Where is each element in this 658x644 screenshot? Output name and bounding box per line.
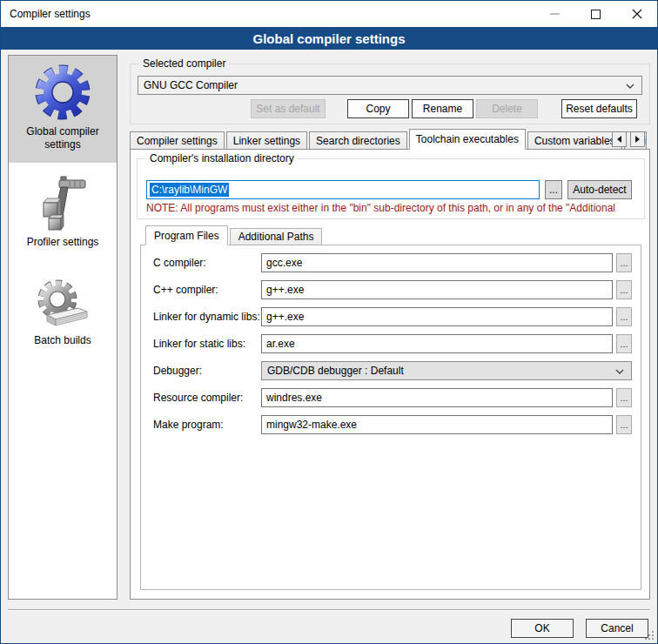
reset-defaults-button[interactable]: Reset defaults (561, 99, 637, 118)
field-label: Linker for static libs: (153, 338, 245, 350)
copy-button[interactable]: Copy (347, 99, 409, 118)
group-label: Selected compiler (139, 57, 229, 70)
browse-directory-button[interactable]: ... (545, 180, 562, 199)
bin-subdirectory-note: NOTE: All programs must exist either in … (146, 202, 641, 215)
rename-button[interactable]: Rename (412, 99, 473, 118)
field-row: Make program: ... (141, 415, 641, 436)
close-button[interactable] (616, 1, 657, 27)
cpp-compiler-input[interactable] (261, 280, 613, 299)
main-tabstrip: Compiler settings Linker settings Search… (130, 129, 648, 150)
window-title: Compiler settings (10, 8, 91, 20)
resource-compiler-input[interactable] (261, 388, 613, 407)
debugger-select[interactable]: GDB/CDB debugger : Default (261, 361, 632, 380)
minimize-icon (550, 13, 560, 15)
settings-category-list: Global compiler settings (8, 55, 118, 600)
sidebar-item-label: Profiler settings (9, 234, 117, 252)
compiler-select-value: GNU GCC Compiler (144, 79, 238, 91)
caliper-icon (35, 175, 91, 234)
field-row: Debugger: GDB/CDB debugger : Default (141, 361, 641, 382)
compiler-settings-dialog: Compiler settings Global compiler settin… (0, 0, 658, 644)
resize-grip[interactable] (645, 631, 654, 640)
field-label: Resource compiler: (153, 392, 243, 404)
sidebar-item-batch-builds[interactable]: Batch builds (9, 272, 117, 351)
static-linker-input[interactable] (261, 334, 613, 353)
tab-compiler-settings[interactable]: Compiler settings (130, 131, 225, 150)
titlebar: Compiler settings (1, 1, 657, 27)
tab-toolchain-executables[interactable]: Toolchain executables (409, 129, 526, 150)
compiler-select[interactable]: GNU GCC Compiler (138, 76, 642, 95)
field-label: C++ compiler: (153, 284, 218, 296)
gray-gear-stack-icon (33, 277, 92, 332)
installation-directory-input[interactable]: C:\raylib\MinGW (146, 180, 540, 199)
browse-button[interactable]: ... (616, 388, 632, 407)
blue-gear-icon (31, 61, 94, 124)
browse-button[interactable]: ... (616, 415, 632, 434)
make-program-input[interactable] (261, 415, 613, 434)
dynamic-linker-input[interactable] (261, 307, 613, 326)
sidebar-item-profiler-settings[interactable]: Profiler settings (9, 170, 117, 252)
chevron-down-icon (615, 369, 624, 374)
ok-button[interactable]: OK (511, 619, 574, 638)
sub-tabstrip: Program Files Additional Paths (145, 225, 324, 245)
program-files-page: C compiler: ... C++ compiler: ... Linker… (140, 245, 641, 590)
field-row: Linker for static libs: ... (141, 334, 641, 355)
close-icon (632, 9, 642, 19)
browse-button[interactable]: ... (616, 280, 632, 299)
tab-search-directories[interactable]: Search directories (309, 131, 407, 150)
cancel-button[interactable]: Cancel (586, 619, 648, 638)
field-row: C++ compiler: ... (141, 280, 641, 301)
footer-divider (8, 609, 650, 611)
c-compiler-input[interactable] (261, 253, 613, 272)
browse-button[interactable]: ... (616, 253, 632, 272)
maximize-button[interactable] (575, 1, 616, 27)
arrow-right-icon (635, 136, 640, 143)
chevron-down-icon (626, 84, 634, 89)
field-label: Debugger: (153, 365, 202, 377)
sidebar-item-label: Batch builds (9, 332, 117, 351)
tab-scroll-left-button[interactable] (612, 131, 627, 147)
tab-linker-settings[interactable]: Linker settings (226, 131, 307, 150)
sidebar-item-label: Global compiler settings (9, 124, 117, 155)
field-label: C compiler: (153, 257, 206, 269)
group-label: Compiler's installation directory (146, 152, 298, 164)
selected-compiler-group: Selected compiler GNU GCC Compiler Set a… (130, 64, 650, 124)
set-as-default-button: Set as default (251, 99, 326, 118)
installation-directory-group: Compiler's installation directory C:\ray… (137, 158, 645, 219)
field-row: Resource compiler: ... (141, 388, 641, 409)
debugger-select-value: GDB/CDB debugger : Default (267, 365, 404, 377)
field-label: Make program: (153, 419, 224, 431)
auto-detect-button[interactable]: Auto-detect (567, 180, 632, 199)
sidebar-item-global-compiler-settings[interactable]: Global compiler settings (9, 56, 117, 163)
field-label: Linker for dynamic libs: (153, 311, 260, 323)
minimize-button (534, 1, 575, 27)
dialog-banner: Global compiler settings (1, 27, 657, 50)
browse-button[interactable]: ... (616, 334, 632, 353)
tab-program-files[interactable]: Program Files (145, 225, 228, 245)
tab-scroll-right-button[interactable] (630, 131, 645, 147)
tab-additional-paths[interactable]: Additional Paths (230, 228, 323, 245)
delete-button: Delete (476, 99, 538, 118)
selected-path-text: C:\raylib\MinGW (150, 183, 229, 197)
tab-custom-variables[interactable]: Custom variables (527, 131, 622, 150)
browse-button[interactable]: ... (616, 307, 632, 326)
field-row: Linker for dynamic libs: ... (141, 307, 641, 328)
maximize-icon (591, 10, 601, 19)
field-row: C compiler: ... (141, 253, 641, 274)
arrow-left-icon (617, 136, 621, 143)
